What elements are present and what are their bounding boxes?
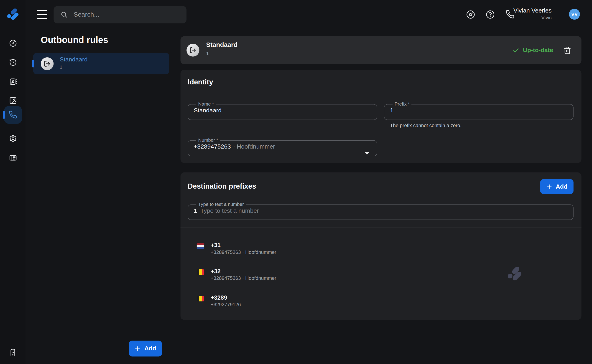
number-label: Number * xyxy=(196,138,220,143)
chevron-down-icon xyxy=(365,152,369,155)
rule-name: Standaard xyxy=(60,56,87,63)
prefix-title: +3289 xyxy=(211,294,227,301)
user-menu[interactable]: Vivian Veerles Vivic xyxy=(513,7,552,21)
sidebar-item-contacts[interactable] xyxy=(4,72,22,90)
prefix-label: Prefix * xyxy=(392,102,412,107)
trash-icon xyxy=(563,46,571,54)
check-icon xyxy=(512,47,519,54)
vertical-divider xyxy=(448,227,448,319)
contacts-icon xyxy=(9,78,17,85)
search-box[interactable] xyxy=(53,6,186,23)
prefix-subtitle: +3289475263 · Hoofdnummer xyxy=(211,249,276,255)
gear-icon xyxy=(9,134,17,143)
name-field[interactable]: Name * xyxy=(188,102,377,120)
help-button[interactable] xyxy=(486,10,495,19)
outbound-rule-icon xyxy=(186,44,199,56)
number-value: +3289475263 xyxy=(194,143,231,150)
add-rule-label: Add xyxy=(144,345,156,352)
prefix-title: +32 xyxy=(211,268,221,275)
search-icon xyxy=(60,11,68,19)
app-logo-icon xyxy=(6,6,21,22)
compass-button[interactable] xyxy=(466,10,475,19)
user-organization: Vivic xyxy=(513,14,552,21)
avatar[interactable]: VV xyxy=(569,9,580,20)
prefix-title: +31 xyxy=(211,242,221,249)
rule-header-card: Standaard 1 Up-to-date xyxy=(180,36,582,64)
gauge-icon xyxy=(9,39,17,47)
destination-title: Destination prefixes xyxy=(188,182,256,190)
history-icon xyxy=(9,58,17,66)
belgium-flag-icon xyxy=(197,296,204,301)
image-icon xyxy=(9,97,17,104)
search-input[interactable] xyxy=(73,10,176,19)
belgium-flag-icon xyxy=(197,269,204,275)
test-number-label: Type to test a number xyxy=(196,202,246,207)
user-name: Vivian Veerles xyxy=(513,7,552,14)
outbound-rule-icon xyxy=(41,57,53,70)
section-divider xyxy=(180,227,582,228)
deskphone-icon xyxy=(9,154,17,162)
prefix-row: +32 +3289475263 · Hoofdnummer xyxy=(197,268,423,281)
number-select[interactable]: Number * +3289475263 · Hoofdnummer xyxy=(188,138,377,156)
test-number-field[interactable]: Type to test a number 1 xyxy=(188,202,573,220)
test-number-input[interactable] xyxy=(200,207,525,214)
add-prefix-button[interactable]: Add xyxy=(540,179,573,194)
add-rule-button[interactable]: Add xyxy=(129,341,162,357)
sidebar-item-history[interactable] xyxy=(4,53,22,71)
hamburger-menu-button[interactable] xyxy=(37,10,47,19)
delete-rule-button[interactable] xyxy=(563,46,571,54)
plus-icon xyxy=(134,345,141,352)
number-value-suffix: · Hoofdnummer xyxy=(233,143,275,150)
selected-rule-indicator xyxy=(32,60,34,68)
rule-header-prefix: 1 xyxy=(206,51,209,56)
brand-watermark-icon xyxy=(506,264,524,283)
outbound-rule-list-item[interactable]: Standaard 1 xyxy=(33,53,169,74)
prefix-row: +3289 +3292779126 xyxy=(197,294,423,308)
sidebar-item-settings[interactable] xyxy=(4,130,22,147)
rule-prefix: 1 xyxy=(60,65,62,70)
prefix-field[interactable]: Prefix * xyxy=(384,102,573,120)
status-label: Up-to-date xyxy=(523,47,553,54)
prefix-row: +31 +3289475263 · Hoofdnummer xyxy=(197,242,423,255)
prefix-input[interactable] xyxy=(390,106,559,117)
status-badge: Up-to-date xyxy=(512,36,553,64)
sidebar-item-company[interactable] xyxy=(4,343,22,361)
plus-icon xyxy=(546,184,552,190)
identity-title: Identity xyxy=(188,78,213,86)
identity-section: Identity Name * Prefix * The prefix cann… xyxy=(180,70,582,163)
sidebar-item-devices[interactable] xyxy=(4,149,22,167)
test-number-prefix: 1 xyxy=(194,207,197,214)
active-nav-indicator xyxy=(3,111,5,119)
netherlands-flag-icon xyxy=(197,243,204,249)
building-icon xyxy=(9,348,17,356)
sidebar-item-telephony[interactable] xyxy=(4,106,22,124)
help-icon xyxy=(486,10,495,19)
phone-icon xyxy=(9,110,17,119)
add-prefix-label: Add xyxy=(556,183,568,190)
app-root: Vivian Veerles Vivic VV Outbound rules S… xyxy=(0,0,592,364)
sidebar-item-dashboard[interactable] xyxy=(4,34,22,52)
prefix-subtitle: +3292779126 xyxy=(211,302,241,308)
avatar-initials: VV xyxy=(571,12,578,17)
rule-header-name: Standaard xyxy=(206,41,238,49)
name-label: Name * xyxy=(196,102,216,107)
compass-icon xyxy=(466,10,475,19)
page-title: Outbound rules xyxy=(41,35,108,45)
prefix-helper-text: The prefix cannot contain a zero. xyxy=(390,123,462,128)
prefix-subtitle: +3289475263 · Hoofdnummer xyxy=(211,275,276,281)
destination-prefixes-section: Destination prefixes Add Type to test a … xyxy=(180,172,582,320)
name-input[interactable] xyxy=(194,106,362,117)
sidebar xyxy=(0,0,26,364)
